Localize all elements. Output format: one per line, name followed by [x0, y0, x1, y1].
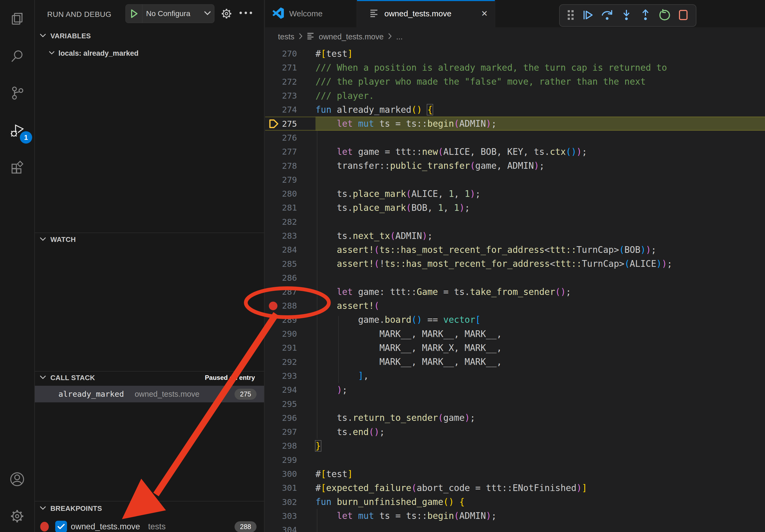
- section-breakpoints[interactable]: BREAKPOINTS: [35, 502, 264, 514]
- breakpoint-list-item[interactable]: owned_tests.move tests 288: [35, 519, 264, 532]
- code-line[interactable]: 286: [265, 271, 765, 285]
- line-number[interactable]: 299: [265, 455, 297, 465]
- debug-settings-gear-icon[interactable]: [221, 8, 232, 20]
- run-configuration-dropdown[interactable]: No Configura: [125, 4, 215, 23]
- variables-scope-locals[interactable]: locals: already_marked: [35, 47, 264, 60]
- toolbar-drag-grip[interactable]: [567, 9, 574, 22]
- line-number[interactable]: 281: [265, 203, 297, 212]
- more-actions-icon[interactable]: [239, 11, 253, 16]
- code-line[interactable]: 273/// player.: [265, 89, 765, 103]
- code-line[interactable]: 297 ts.end();: [265, 425, 765, 439]
- section-watch[interactable]: WATCH: [35, 234, 264, 245]
- code-line[interactable]: 282: [265, 215, 765, 229]
- code-line[interactable]: 303 let mut ts = ts::begin(ADMIN);: [265, 509, 765, 523]
- line-number[interactable]: 272: [265, 77, 297, 87]
- code-line[interactable]: 296 ts.return_to_sender(game);: [265, 411, 765, 425]
- code-line[interactable]: 272/// the player who made the "false" m…: [265, 75, 765, 89]
- code-line[interactable]: 288 assert!(: [265, 299, 765, 313]
- code-line[interactable]: 277 let game = ttt::new(ALICE, BOB, KEY,…: [265, 145, 765, 158]
- tab-welcome[interactable]: Welcome: [265, 0, 357, 27]
- stop-icon[interactable]: [678, 9, 689, 22]
- line-number[interactable]: 300: [265, 469, 297, 479]
- code-line[interactable]: 300#[test]: [265, 467, 765, 481]
- code-line[interactable]: 301#[expected_failure(abort_code = ttt::…: [265, 481, 765, 495]
- line-number[interactable]: 290: [265, 329, 297, 339]
- line-number[interactable]: 294: [265, 385, 297, 395]
- code-line[interactable]: 280 ts.place_mark(ALICE, 1, 1);: [265, 187, 765, 201]
- code-line[interactable]: 278 transfer::public_transfer(game, ADMI…: [265, 158, 765, 172]
- line-number[interactable]: 301: [265, 483, 297, 493]
- call-stack-frame[interactable]: already_marked owned_tests.move 275: [35, 386, 264, 402]
- code-line[interactable]: 270#[test]: [265, 47, 765, 61]
- run-and-debug-icon[interactable]: 1: [0, 116, 34, 145]
- breakpoint-gutter-dot[interactable]: [269, 302, 278, 310]
- code-line[interactable]: 290 MARK__, MARK__, MARK__,: [265, 327, 765, 341]
- code-line[interactable]: 298}: [265, 439, 765, 453]
- code-line[interactable]: 276: [265, 131, 765, 145]
- search-icon[interactable]: [0, 42, 34, 71]
- code-line[interactable]: 274fun already_marked() {: [265, 103, 765, 117]
- line-number[interactable]: 293: [265, 371, 297, 381]
- code-line[interactable]: 289 game.board() == vector[: [265, 313, 765, 327]
- section-call-stack[interactable]: CALL STACK Paused on entry: [35, 372, 264, 384]
- code-line[interactable]: 285 assert!(!ts::has_most_recent_for_add…: [265, 257, 765, 271]
- settings-gear-icon[interactable]: [0, 501, 34, 531]
- code-line[interactable]: 291 MARK__, MARK_X, MARK__,: [265, 341, 765, 355]
- code-line[interactable]: 293 ],: [265, 369, 765, 383]
- code-editor[interactable]: 270#[test]271/// When a position is alre…: [265, 47, 765, 532]
- line-number[interactable]: 292: [265, 357, 297, 367]
- step-out-icon[interactable]: [640, 9, 651, 22]
- code-line[interactable]: 299: [265, 453, 765, 467]
- line-number[interactable]: 297: [265, 427, 297, 437]
- line-number[interactable]: 303: [265, 511, 297, 521]
- line-number[interactable]: 302: [265, 497, 297, 507]
- code-line[interactable]: 304: [265, 523, 765, 532]
- line-number[interactable]: 279: [265, 175, 297, 184]
- code-line[interactable]: 283 ts.next_tx(ADMIN);: [265, 229, 765, 243]
- start-debugging-icon[interactable]: [126, 5, 142, 23]
- code-line[interactable]: 302fun burn_unfinished_game() {: [265, 495, 765, 509]
- line-number[interactable]: 282: [265, 217, 297, 227]
- code-line[interactable]: 281 ts.place_mark(BOB, 1, 1);: [265, 201, 765, 215]
- line-number[interactable]: 283: [265, 231, 297, 241]
- extensions-icon[interactable]: [0, 153, 34, 182]
- line-number[interactable]: 273: [265, 91, 297, 101]
- section-variables[interactable]: VARIABLES: [35, 30, 264, 42]
- step-into-icon[interactable]: [620, 9, 632, 22]
- step-over-icon[interactable]: [601, 9, 613, 22]
- breadcrumb-folder[interactable]: tests: [278, 32, 294, 41]
- line-number[interactable]: 278: [265, 161, 297, 171]
- line-number[interactable]: 284: [265, 245, 297, 254]
- line-number[interactable]: 289: [265, 315, 297, 325]
- line-number[interactable]: 295: [265, 399, 297, 409]
- code-line[interactable]: 275 let mut ts = ts::begin(ADMIN);: [265, 117, 765, 131]
- line-number[interactable]: 296: [265, 413, 297, 423]
- code-line[interactable]: 271/// When a position is already marked…: [265, 61, 765, 75]
- line-number[interactable]: 291: [265, 343, 297, 353]
- breadcrumb-file[interactable]: owned_tests.move: [319, 32, 383, 41]
- line-number[interactable]: 274: [265, 105, 297, 115]
- code-line[interactable]: 295: [265, 397, 765, 411]
- line-number[interactable]: 285: [265, 259, 297, 269]
- line-number[interactable]: 270: [265, 49, 297, 58]
- close-tab-icon[interactable]: ✕: [481, 10, 488, 18]
- breakpoint-checkbox[interactable]: [55, 521, 67, 532]
- line-number[interactable]: 271: [265, 63, 297, 72]
- line-number[interactable]: 304: [265, 525, 297, 532]
- continue-icon[interactable]: [582, 9, 594, 22]
- breadcrumb-symbol[interactable]: ...: [396, 32, 402, 41]
- code-line[interactable]: 279: [265, 173, 765, 187]
- code-line[interactable]: 284 assert!(ts::has_most_recent_for_addr…: [265, 243, 765, 257]
- line-number[interactable]: 276: [265, 133, 297, 142]
- line-number[interactable]: 286: [265, 273, 297, 283]
- code-line[interactable]: 287 let game: ttt::Game = ts.take_from_s…: [265, 285, 765, 299]
- line-number[interactable]: 280: [265, 189, 297, 198]
- restart-icon[interactable]: [659, 9, 671, 22]
- code-line[interactable]: 292 MARK__, MARK__, MARK__,: [265, 355, 765, 369]
- line-number[interactable]: 287: [265, 287, 297, 297]
- source-control-icon[interactable]: [0, 78, 34, 108]
- line-number[interactable]: 298: [265, 441, 297, 450]
- explorer-icon[interactable]: [0, 4, 34, 34]
- line-number[interactable]: 277: [265, 147, 297, 156]
- tab-owned-tests-move[interactable]: owned_tests.move ✕: [357, 0, 495, 27]
